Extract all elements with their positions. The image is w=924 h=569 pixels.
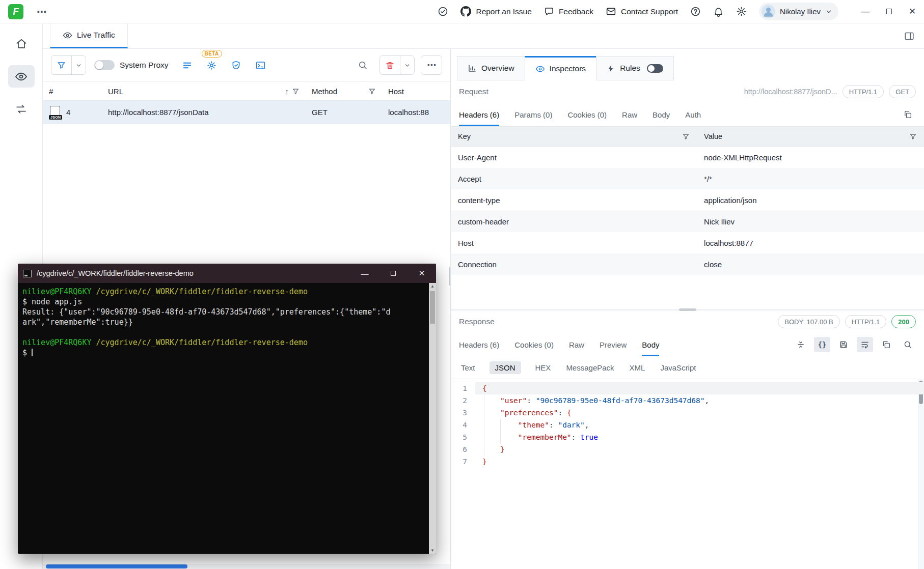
- user-menu[interactable]: Nikolay Iliev: [759, 3, 838, 20]
- request-header-row[interactable]: User-Agentnode-XMLHttpRequest: [451, 147, 924, 168]
- feedback-button[interactable]: Feedback: [544, 7, 593, 17]
- terminal-output[interactable]: niliev@PF4RQ6KY /cygdrive/c/_WORK/fiddle…: [18, 283, 429, 554]
- feedback-icon: [544, 7, 554, 17]
- sync-status-icon[interactable]: [438, 6, 448, 17]
- sort-asc-icon[interactable]: ↑: [285, 87, 289, 96]
- system-proxy-label: System Proxy: [120, 61, 169, 70]
- auto-responder-icon[interactable]: BETA: [201, 55, 223, 75]
- toolbar-more-button[interactable]: ⋯: [421, 55, 442, 75]
- body-tab-text[interactable]: Text: [460, 361, 476, 374]
- column-method[interactable]: Method: [306, 82, 382, 100]
- terminal-app-icon: [23, 270, 32, 277]
- terminal-titlebar[interactable]: /cygdrive/c/_WORK/fiddler/fiddler-revers…: [18, 264, 436, 283]
- collapse-icon[interactable]: [793, 337, 809, 352]
- request-response-splitter[interactable]: [451, 309, 924, 310]
- notifications-icon[interactable]: [713, 6, 724, 17]
- system-proxy-toggle[interactable]: System Proxy: [94, 60, 169, 70]
- method-filter-icon[interactable]: [368, 88, 376, 95]
- url-filter-icon[interactable]: [292, 88, 300, 95]
- column-number[interactable]: #: [43, 82, 102, 100]
- request-tab-params[interactable]: Params (0): [514, 103, 552, 126]
- request-header-row[interactable]: custom-headerNick Iliev: [451, 211, 924, 232]
- search-icon[interactable]: [352, 55, 373, 75]
- code-gutter: 1234567: [451, 382, 475, 569]
- body-tab-hex[interactable]: HEX: [534, 361, 552, 374]
- tab-overview[interactable]: Overview: [457, 56, 525, 80]
- delete-sessions-button[interactable]: [379, 55, 415, 75]
- save-icon[interactable]: [835, 337, 852, 352]
- wrap-lines-icon[interactable]: [857, 337, 873, 352]
- session-host: localhost:88: [382, 108, 450, 117]
- request-header-row[interactable]: content-typeapplication/json: [451, 189, 924, 211]
- terminal-window[interactable]: /cygdrive/c/_WORK/fiddler/fiddler-revers…: [18, 264, 436, 554]
- request-tab-body[interactable]: Body: [653, 103, 670, 126]
- column-url[interactable]: URL ↑: [102, 82, 306, 100]
- scrollbar-thumb[interactable]: [46, 564, 187, 568]
- filter-button[interactable]: [51, 55, 86, 75]
- layout-panel-icon[interactable]: [894, 23, 924, 48]
- json-body-viewer[interactable]: 1234567 { "user": "90c96789-95e0-48fd-af…: [451, 379, 924, 569]
- response-tab-preview[interactable]: Preview: [600, 333, 627, 356]
- request-header-row[interactable]: Hostlocalhost:8877: [451, 232, 924, 253]
- value-filter-icon[interactable]: [909, 133, 917, 140]
- home-nav[interactable]: [8, 33, 35, 55]
- filter-dropdown-button[interactable]: [71, 56, 86, 74]
- request-tab-headers[interactable]: Headers (6): [459, 103, 499, 126]
- request-tab-cookies[interactable]: Cookies (0): [567, 103, 607, 126]
- composer-nav[interactable]: [8, 98, 35, 120]
- value-column-label: Value: [704, 132, 722, 140]
- search-body-icon[interactable]: [900, 337, 916, 352]
- fiddler-window: F ⋯ Report an Issue Feedback Contact Sup…: [0, 0, 924, 569]
- report-issue-button[interactable]: Report an Issue: [460, 6, 531, 17]
- user-name-label: Nikolay Iliev: [780, 7, 821, 16]
- beta-badge: BETA: [202, 50, 222, 58]
- request-tab-auth[interactable]: Auth: [685, 103, 701, 126]
- close-button[interactable]: ✕: [901, 0, 924, 23]
- session-row-selected[interactable]: JSON 4 http://localhost:8877/jsonData GE…: [43, 101, 450, 124]
- scroll-up-arrow[interactable]: ▲: [429, 284, 436, 289]
- response-tab-cookies[interactable]: Cookies (0): [514, 333, 554, 356]
- terminal-title: /cygdrive/c/_WORK/fiddler/fiddler-revers…: [37, 269, 345, 277]
- maximize-button[interactable]: [877, 0, 901, 23]
- help-icon[interactable]: [690, 6, 701, 17]
- contact-support-button[interactable]: Contact Support: [606, 6, 678, 17]
- settings-gear-icon[interactable]: [736, 6, 747, 17]
- response-tab-body[interactable]: Body: [642, 333, 659, 356]
- terminal-scrollbar[interactable]: ▲ ▼: [429, 283, 436, 554]
- traffic-horizontal-scrollbar[interactable]: [43, 564, 450, 569]
- secure-shield-icon[interactable]: [226, 55, 247, 75]
- format-braces-icon[interactable]: {}: [814, 337, 830, 352]
- response-tab-headers[interactable]: Headers (6): [459, 333, 499, 356]
- delete-dropdown-button[interactable]: [400, 56, 414, 74]
- terminal-maximize-button[interactable]: [379, 264, 407, 283]
- request-tab-raw[interactable]: Raw: [622, 103, 637, 126]
- terminal-close-button[interactable]: ✕: [407, 264, 436, 283]
- system-proxy-switch[interactable]: [94, 60, 115, 70]
- app-menu-button[interactable]: ⋯: [37, 6, 47, 18]
- response-tab-row: Headers (6) Cookies (0) Raw Preview Body…: [451, 333, 924, 356]
- terminal-icon[interactable]: [250, 55, 271, 75]
- response-section: Response BODY: 107.00 B HTTP/1.1 200 Hea…: [451, 310, 924, 569]
- body-tab-json[interactable]: JSON: [490, 361, 521, 374]
- columns-icon[interactable]: [177, 55, 198, 75]
- body-tab-javascript[interactable]: JavaScript: [659, 361, 697, 374]
- rules-toggle[interactable]: [647, 64, 663, 73]
- body-tab-xml[interactable]: XML: [629, 361, 646, 374]
- minimize-button[interactable]: —: [854, 0, 877, 23]
- tab-inspectors[interactable]: Inspectors: [525, 56, 597, 80]
- scroll-down-arrow[interactable]: ▼: [429, 548, 436, 553]
- tab-rules[interactable]: Rules: [596, 56, 674, 80]
- copy-response-icon[interactable]: [878, 337, 894, 352]
- key-filter-icon[interactable]: [682, 133, 690, 140]
- tab-live-traffic[interactable]: Live Traffic: [50, 23, 128, 48]
- response-tab-raw[interactable]: Raw: [569, 333, 584, 356]
- copy-request-icon[interactable]: [900, 107, 916, 122]
- terminal-minimize-button[interactable]: —: [350, 264, 379, 283]
- column-host[interactable]: Host: [382, 82, 450, 100]
- body-tab-messagepack[interactable]: MessagePack: [565, 361, 615, 374]
- scrollbar-thumb[interactable]: [430, 291, 435, 324]
- mail-icon: [606, 6, 616, 17]
- live-traffic-nav[interactable]: [8, 65, 35, 88]
- request-header-row[interactable]: Accept*/*: [451, 168, 924, 189]
- request-header-row[interactable]: Connectionclose: [451, 253, 924, 275]
